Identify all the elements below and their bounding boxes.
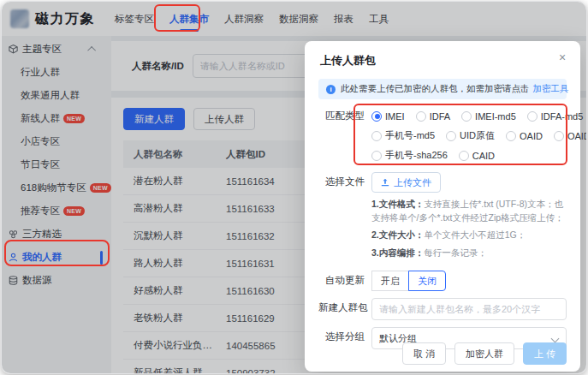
radio-label: IMEI [385,111,405,122]
radio-label: CAID [472,151,495,161]
new-package-row: 新建人群包 [305,298,580,320]
new-package-input[interactable] [371,298,567,320]
radio-icon [371,111,382,122]
auto-update-label: 自动更新 [318,271,365,291]
radio-icon [416,111,426,122]
radio-option[interactable]: 手机号-md5 [371,129,435,142]
select-file-label: 选择文件 [318,172,365,264]
radio-option[interactable]: CAID [459,151,495,161]
chevron-down-icon [551,335,560,343]
new-package-label: 新建人群包 [318,298,365,320]
info-icon: i [326,85,336,94]
radio-option[interactable]: 手机号-sha256 [371,149,448,162]
radio-icon [446,131,456,141]
radio-label: OAID [520,131,543,141]
toggle-option[interactable]: 关闭 [408,271,446,291]
upload-file-button-label: 上传文件 [394,176,431,189]
auto-update-row: 自动更新 开启关闭 [305,271,580,291]
notice-text: 此处需要上传已加密的人群包，如需加密请点击 [341,83,530,95]
upload-file-button[interactable]: 上传文件 [371,172,441,193]
radio-icon [459,151,469,161]
auto-update-toggle: 开启关闭 [371,271,567,291]
app-window: 磁力万象 标签专区 人群集市 人群洞察 数据洞察 报表 工具 [1,1,587,374]
match-type-options: IMEI IDFA IMEI-md5 IDFA-md5 [371,106,567,165]
radio-icon [527,111,538,122]
radio-label: 手机号-sha256 [385,149,448,162]
radio-label: IDFA [430,111,450,122]
upload-submit-button[interactable]: 上 传 [523,342,567,365]
file-note: 2.文件大小：单个文件大小不超过1G； [371,229,567,242]
file-note-body: 每行一条记录； [424,247,487,258]
upload-icon [381,178,389,187]
file-note: 3.内容编排：每行一条记录； [371,247,567,260]
radio-option[interactable]: IDFA-md5 [527,111,584,122]
radio-label: IMEI-md5 [475,111,516,122]
radio-option[interactable]: OAID [506,131,543,141]
radio-option[interactable]: IMEI [371,111,405,122]
group-label: 选择分组 [318,327,365,349]
match-type-label: 匹配类型 [318,106,365,165]
toggle-option[interactable]: 开启 [371,271,409,291]
radio-icon [371,131,382,141]
radio-label: OAID-md5 [567,131,587,141]
radio-option[interactable]: IMEI-md5 [461,111,516,122]
upload-audience-modal: 上传人群包 × i 此处需要上传已加密的人群包，如需加密请点击 加密工具 匹配类… [305,41,580,372]
select-file-row: 选择文件 上传文件 1.文件格式：支持直接上传*.txt (UTF-8)文本；也… [305,172,580,264]
radio-icon [371,151,382,161]
radio-option[interactable]: IDFA [416,111,450,122]
radio-icon [506,131,516,141]
radio-icon [461,111,472,122]
file-note-head: 3.内容编排： [371,247,424,258]
file-note-head: 1.文件格式： [371,199,424,209]
modal-title: 上传人群包 [305,41,580,68]
modal-footer: 取 消 加密人群 上 传 [402,342,567,365]
cancel-button[interactable]: 取 消 [402,342,446,365]
radio-label: IDFA-md5 [541,111,584,122]
radio-label: 手机号-md5 [385,129,435,142]
close-icon[interactable]: × [555,51,569,65]
encrypt-tool-link[interactable]: 加密工具 [533,83,569,95]
file-note-body: 单个文件大小不超过1G； [424,229,526,240]
notice-banner: i 此处需要上传已加密的人群包，如需加密请点击 加密工具 [318,79,567,99]
radio-icon [554,131,564,141]
file-note-head: 2.文件大小： [371,229,424,240]
match-type-row: 匹配类型 IMEI IDFA IMEI-md5 [305,106,580,165]
radio-option[interactable]: OAID-md5 [554,131,587,141]
file-note: 1.文件格式：支持直接上传*.txt (UTF-8)文本；也支持将单个/多个*.… [371,198,567,224]
file-notes: 1.文件格式：支持直接上传*.txt (UTF-8)文本；也支持将单个/多个*.… [371,198,567,259]
radio-label: UID原值 [460,129,495,142]
radio-option[interactable]: UID原值 [446,129,495,142]
encrypt-audience-button[interactable]: 加密人群 [454,342,514,365]
